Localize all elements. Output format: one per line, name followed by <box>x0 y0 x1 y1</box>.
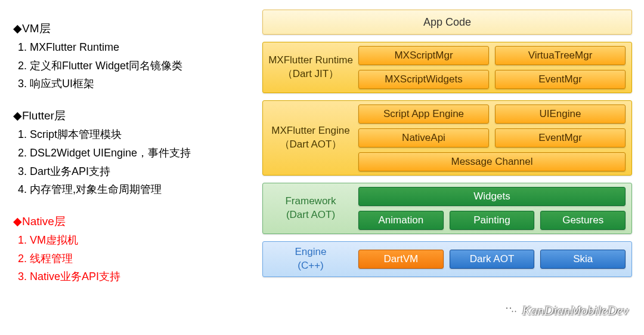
flutter-section: Flutter层 Script脚本管理模块 DSL2Widget UIEngin… <box>13 106 252 199</box>
native-section: Native层 VM虚拟机 线程管理 Native业务API支持 <box>13 212 252 286</box>
mxflutter-engine-layer: MXFlutter Engine （Dart AOT） Script App E… <box>262 100 632 176</box>
engine-cpp-layer: Engine (C++) DartVM Dark AOT Skia <box>262 241 632 277</box>
appcode-label: App Code <box>423 16 471 29</box>
dartvm-box: DartVM <box>358 250 444 269</box>
list-item: DSL2Widget UIEngine，事件支持 <box>30 144 252 162</box>
appcode-layer: App Code <box>262 10 632 35</box>
virtuatreemgr-box: VirtuaTreeMgr <box>495 46 626 65</box>
skia-box: Skia <box>540 250 626 269</box>
list-item: Script脚本管理模块 <box>30 125 252 144</box>
svg-point-1 <box>510 309 518 316</box>
eventmgr-box: EventMgr <box>495 70 626 89</box>
list-item: 定义和Flutter Widget同名镜像类 <box>30 57 252 75</box>
uiengine-box: UIEngine <box>495 105 626 124</box>
list-item: 线程管理 <box>30 250 252 268</box>
list-item: Dart业务API支持 <box>30 162 252 181</box>
nativeapi-box: NativeApi <box>358 128 489 147</box>
left-notes: VM层 MXFlutter Runtime 定义和Flutter Widget同… <box>13 19 252 299</box>
framework-label: Framework (Dart AOT) <box>263 191 358 226</box>
watermark: KanDianMobileDev <box>503 303 628 318</box>
widgets-box: Widgets <box>358 187 626 206</box>
wechat-icon <box>503 304 519 317</box>
native-title: Native层 <box>13 212 252 231</box>
architecture-diagram: App Code MXFlutter Runtime （Dart JIT） MX… <box>262 10 632 284</box>
scriptappengine-box: Script App Engine <box>358 105 489 124</box>
painting-box: Painting <box>450 211 535 230</box>
messagechannel-box: Message Channel <box>358 152 626 171</box>
list-item: MXFlutter Runtime <box>30 38 252 57</box>
engine-label: MXFlutter Engine （Dart AOT） <box>263 121 358 155</box>
darkaot-box: Dark AOT <box>450 250 535 269</box>
flutter-title: Flutter层 <box>13 106 252 125</box>
vm-title: VM层 <box>13 19 252 38</box>
gestures-box: Gestures <box>540 211 626 230</box>
animation-box: Animation <box>358 211 444 230</box>
svg-point-3 <box>509 308 510 309</box>
svg-point-4 <box>512 311 513 312</box>
cpp-label: Engine (C++) <box>263 242 358 276</box>
svg-point-0 <box>503 305 513 314</box>
list-item: 内存管理,对象生命周期管理 <box>30 180 252 199</box>
vm-section: VM层 MXFlutter Runtime 定义和Flutter Widget同… <box>13 19 252 93</box>
eventmgr2-box: EventMgr <box>495 128 626 147</box>
mxflutter-runtime-layer: MXFlutter Runtime （Dart JIT） MXScriptMgr… <box>262 42 632 93</box>
list-item: VM虚拟机 <box>30 231 252 250</box>
framework-layer: Framework (Dart AOT) Widgets Animation P… <box>262 183 632 234</box>
list-item: Native业务API支持 <box>30 268 252 286</box>
svg-point-5 <box>515 311 516 312</box>
mxscriptwidgets-box: MXScriptWidgets <box>358 70 489 89</box>
runtime-label: MXFlutter Runtime （Dart JIT） <box>263 50 358 85</box>
list-item: 响应式UI框架 <box>30 75 252 93</box>
svg-point-2 <box>506 308 507 309</box>
mxscriptmgr-box: MXScriptMgr <box>358 46 489 65</box>
